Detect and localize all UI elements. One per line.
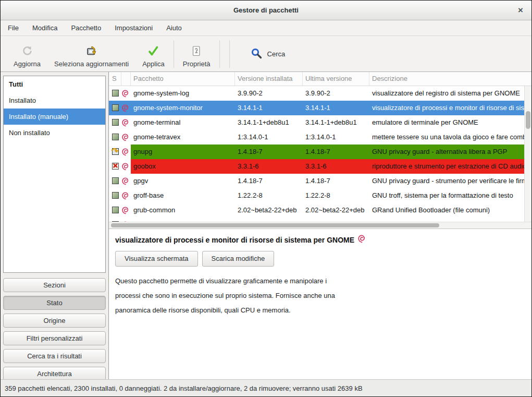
status-cell bbox=[109, 203, 121, 218]
status-text: 359 pacchetti elencati, 2300 installati,… bbox=[5, 384, 363, 392]
latest-version: 3.14.1-1 bbox=[303, 101, 369, 115]
filter-mode-button-sezioni[interactable]: Sezioni bbox=[3, 278, 106, 292]
installed-status-icon bbox=[112, 90, 119, 97]
menu-item-file[interactable]: File bbox=[3, 21, 24, 35]
package-name: gnupg bbox=[131, 145, 235, 159]
column-header-versione-installata[interactable]: Versione installata bbox=[235, 72, 303, 86]
status-cell bbox=[109, 159, 121, 174]
installed-version: 3.9.90-2 bbox=[235, 86, 303, 101]
status-cell bbox=[109, 145, 121, 159]
package-description: visualizzatore di processi e monitor di … bbox=[369, 101, 524, 115]
latest-version: 1.4.18-7 bbox=[303, 174, 369, 188]
toolbar: Aggiorna Seleziona aggiornamenti Applica bbox=[1, 36, 531, 72]
table-row[interactable]: gnome-tetravex1:3.14.0-11:3.14.0-1metter… bbox=[109, 130, 524, 145]
status-cell bbox=[109, 86, 121, 101]
debian-swirl-icon bbox=[121, 130, 131, 145]
installed-version: 3.3.1-6 bbox=[235, 159, 303, 174]
vertical-scrollbar-thumb[interactable] bbox=[526, 111, 530, 129]
vertical-scrollbar[interactable] bbox=[524, 86, 531, 222]
installed-status-icon bbox=[112, 134, 119, 140]
installed-status-icon bbox=[112, 119, 119, 126]
table-row[interactable]: gpgv1.4.18-71.4.18-7GNU privacy guard - … bbox=[109, 174, 524, 188]
sidebar-item-installato-manuale[interactable]: Installato (manuale) bbox=[4, 109, 105, 125]
latest-version: 2.02~beta2-22+deb bbox=[303, 203, 369, 218]
synaptic-window: Gestore di pacchetti × FileModificaPacch… bbox=[0, 0, 532, 397]
installed-version: 3.14.1-1 bbox=[235, 101, 303, 115]
filter-mode-button-architettura[interactable]: Architettura bbox=[3, 367, 106, 381]
table-row[interactable]: gnome-system-monitor3.14.1-13.14.1-1visu… bbox=[109, 101, 524, 115]
menu-item-aiuto[interactable]: Aiuto bbox=[161, 21, 187, 35]
content-area: SPacchettoVersione installataUltima vers… bbox=[109, 72, 531, 379]
installed-status-icon bbox=[112, 192, 119, 199]
latest-version: 1.22.2-8 bbox=[303, 188, 369, 203]
refresh-button[interactable]: Aggiorna bbox=[7, 39, 47, 69]
filter-mode-button-filtri-personalizzati[interactable]: Filtri personalizzati bbox=[3, 331, 106, 345]
sidebar-item-non-installato[interactable]: Non installato bbox=[4, 125, 105, 141]
refresh-label: Aggiorna bbox=[14, 60, 41, 68]
menu-item-modifica[interactable]: Modifica bbox=[27, 21, 63, 35]
search-icon bbox=[251, 47, 263, 61]
installed-version: 1.4.18-7 bbox=[235, 145, 303, 159]
refresh-icon bbox=[21, 44, 33, 58]
table-row[interactable]: gnupg1.4.18-71.4.18-7GNU privacy guard -… bbox=[109, 145, 524, 159]
table-row[interactable]: groff-base1.22.2-81.22.2-8GNU troff, sis… bbox=[109, 188, 524, 203]
debian-swirl-icon bbox=[358, 235, 366, 245]
apply-check-icon bbox=[147, 44, 159, 58]
package-table: SPacchettoVersione installataUltima vers… bbox=[109, 72, 531, 229]
menu-item-impostazioni[interactable]: Impostazioni bbox=[109, 21, 158, 35]
package-name: gnome-system-monitor bbox=[131, 101, 235, 115]
filter-mode-button-stato[interactable]: Stato bbox=[3, 296, 106, 310]
sidebar-item-installato[interactable]: Installato bbox=[4, 92, 105, 109]
mark-upgrades-button[interactable]: Seleziona aggiornamenti bbox=[47, 39, 135, 69]
table-row[interactable]: grub-common2.02~beta2-22+deb2.02~beta2-2… bbox=[109, 203, 524, 218]
column-header-ultima-versione[interactable]: Ultima versione bbox=[303, 72, 369, 86]
view-screenshot-button[interactable]: Visualizza schermata bbox=[115, 251, 198, 267]
menu-item-pacchetto[interactable]: Pacchetto bbox=[66, 21, 106, 35]
package-details-pane: visualizzatore di processi e monitor di … bbox=[109, 229, 531, 379]
details-description: Questo pacchetto permette di visualizzar… bbox=[115, 274, 525, 318]
horizontal-scrollbar-thumb[interactable] bbox=[111, 223, 439, 227]
package-name: gnome-system-log bbox=[131, 86, 235, 101]
installed-version: 1.4.18-7 bbox=[235, 174, 303, 188]
properties-button[interactable]: Proprietà bbox=[176, 39, 217, 69]
table-row[interactable]: gnome-system-log3.9.90-23.9.90-2visualiz… bbox=[109, 86, 524, 101]
download-changelog-button[interactable]: Scarica modifiche bbox=[202, 251, 275, 267]
latest-version: 3.3.1-6 bbox=[303, 159, 369, 174]
table-header: SPacchettoVersione installataUltima vers… bbox=[109, 72, 531, 86]
column-header-swirl[interactable] bbox=[121, 72, 131, 86]
mark-upgrades-label: Seleziona aggiornamenti bbox=[54, 60, 129, 68]
apply-button[interactable]: Applica bbox=[135, 39, 171, 69]
properties-label: Proprietà bbox=[183, 60, 211, 68]
debian-swirl-icon bbox=[121, 145, 131, 159]
filter-mode-button-cerca-tra-i-risultati[interactable]: Cerca tra i risultati bbox=[3, 349, 106, 363]
table-row[interactable]: grub-pc2.02~beta2-22+deb2.02~beta2-22+de… bbox=[109, 218, 524, 222]
package-name: gpgv bbox=[131, 174, 235, 188]
debian-swirl-icon bbox=[121, 174, 131, 188]
toolbar-separator bbox=[174, 40, 174, 68]
column-header-pacchetto[interactable]: Pacchetto bbox=[131, 72, 235, 86]
window-title: Gestore di pacchetti bbox=[233, 6, 299, 14]
close-icon[interactable]: × bbox=[515, 5, 526, 16]
debian-swirl-icon bbox=[121, 188, 131, 203]
search-label: Cerca bbox=[267, 50, 286, 58]
column-header-descrizione[interactable]: Descrizione bbox=[369, 72, 531, 86]
filter-mode-button-origine[interactable]: Origine bbox=[3, 314, 106, 328]
installed-status-icon bbox=[112, 104, 119, 111]
package-name: grub-pc bbox=[131, 218, 235, 222]
search-button[interactable]: Cerca bbox=[245, 43, 291, 66]
package-description: visualizzatore del registro di sistema p… bbox=[369, 86, 524, 101]
latest-version: 1.4.18-7 bbox=[303, 145, 369, 159]
status-cell bbox=[109, 174, 121, 188]
table-body: gnome-system-log3.9.90-23.9.90-2visualiz… bbox=[109, 86, 524, 222]
sidebar-item-tutti[interactable]: Tutti bbox=[4, 76, 105, 92]
table-row[interactable]: gnome-terminal3.14.1-1+deb8u13.14.1-1+de… bbox=[109, 115, 524, 130]
status-cell bbox=[109, 218, 121, 222]
column-header-s[interactable]: S bbox=[109, 72, 121, 86]
status-cell bbox=[109, 115, 121, 130]
debian-swirl-icon bbox=[121, 159, 131, 174]
installed-version: 2.02~beta2-22+deb bbox=[235, 218, 303, 222]
remove-status-icon bbox=[112, 163, 119, 170]
description-line: panoramica delle risorse disponibili, qu… bbox=[115, 303, 525, 318]
table-row[interactable]: goobox3.3.1-63.3.1-6riproduttore e strum… bbox=[109, 159, 524, 174]
horizontal-scrollbar[interactable] bbox=[109, 222, 531, 228]
